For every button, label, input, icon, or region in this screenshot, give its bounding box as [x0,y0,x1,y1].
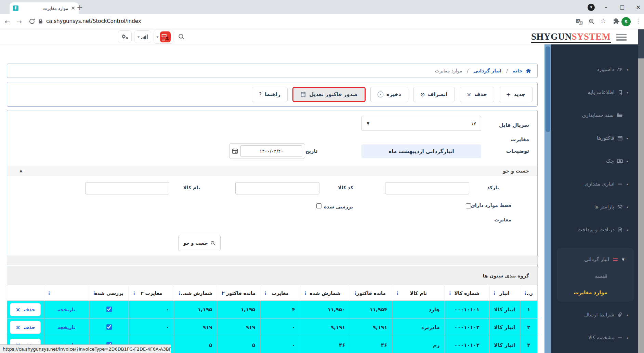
sidebar-item-parameters[interactable]: ◂پارامتر ها [551,202,638,211]
sidebar-item-accounting-doc[interactable]: سند حسابداری [551,111,638,120]
tab-close-icon[interactable]: ✕ [71,6,75,11]
column-menu-icon[interactable]: ⋮ [448,290,452,296]
window-close-button[interactable]: × [631,0,644,14]
calendar-icon[interactable] [232,148,238,154]
window-maximize-button[interactable]: □ [615,0,629,14]
sidebar-item-item-attributes[interactable]: ◂مشخصه کالا [551,333,638,342]
profile-avatar[interactable]: S [621,17,631,26]
header-search-icon[interactable] [178,33,185,40]
column-header-warehouse[interactable]: ⋮انبار [489,286,520,301]
zoom-icon[interactable] [588,18,595,25]
cell-num: ۱ [520,301,537,318]
search-button[interactable]: جست و جو [178,235,221,251]
item-code-input[interactable] [235,182,319,194]
only-discrepancy-checkbox[interactable] [466,203,471,208]
column-menu-icon[interactable]: ⋮ [220,290,225,296]
save-button[interactable]: ذخیره✓ [370,87,408,102]
window-minimize-button[interactable]: – [599,0,613,14]
cancel-icon: ⊘ [420,91,425,98]
column-header-code[interactable]: ⋮شماره کالا [445,286,489,301]
column-menu-icon[interactable]: ⋮ [92,290,97,296]
column-menu-icon[interactable]: ⋮ [47,290,52,296]
sidebar-item-label: چک [606,158,614,164]
column-header-discrepancy_2[interactable]: ⋮مغایرت ۲ [129,286,174,301]
help-button[interactable]: راهنما? [252,87,288,102]
browser-tab[interactable]: موارد مغایرت ✕ [10,2,79,14]
bookmark-star-icon[interactable]: ☆ [600,17,606,24]
column-menu-icon[interactable]: ⋮ [263,290,268,296]
history-link[interactable]: تاریخچه [57,307,76,312]
column-header-name[interactable]: ⋮نام کالا [392,286,445,301]
serial-select[interactable]: ۱۷ ▼ [362,116,481,131]
content-scrollbar[interactable] [544,44,551,353]
sidebar-item-shipping-terms[interactable]: ◂شرایط ارسال [551,310,638,319]
sidebar-item-receive-payment[interactable]: ◂دریافت و پرداخت [551,225,638,234]
brand-logo[interactable]: SHYGUNSYSTEM [531,32,611,43]
address-box[interactable]: ca.shygunsys.net/StockControl/index [38,18,141,24]
sidebar-item-dashboard[interactable]: ◂داشبورد [551,65,638,74]
column-menu-icon[interactable]: ⋮ [353,290,358,296]
hamburger-menu-icon[interactable] [616,34,627,41]
content-scrollbar-thumb[interactable] [546,46,550,132]
reviewed-checkbox[interactable] [106,307,112,312]
reviewed-checkbox[interactable] [106,324,112,330]
refresh-icon[interactable] [29,18,35,25]
column-menu-icon[interactable]: ⋮ [303,290,308,296]
new-tab-button[interactable]: + [77,3,83,12]
column-header-counted_2[interactable]: ⋮شمارش شد... [174,286,217,301]
column-header-invoice_balance[interactable]: ⋮مانده فاکتور [350,286,392,301]
column-menu-icon[interactable]: ⋮ [177,290,182,296]
sidebar-item-base-info[interactable]: ◂اطلاعات پایه [551,88,638,97]
column-menu-icon[interactable]: ⋮ [492,290,497,296]
cell-counted: ۱۱,۹۵۰ [300,301,350,318]
sidebar-item-quantity-warehouse[interactable]: ◂انباری مقداری [551,179,638,188]
issue-adjustment-invoice-button[interactable]: صدور فاکتور تعدیل [292,87,366,102]
cell-delete: حذف× [7,301,44,318]
sidebar-item-stocktaking[interactable]: ▼انبار گردانی [557,255,629,264]
history-link[interactable]: تاریخچه [57,325,76,330]
sidebar-subitem-discrepancy-items[interactable]: موارد مغایرت [557,288,629,297]
browser-menu-icon[interactable]: ⋮ [635,17,641,24]
column-label: انبار [500,290,510,296]
row-delete-button[interactable]: حذف× [10,321,41,334]
remote-support-button[interactable]: ▼ [154,30,173,44]
settings-gears-button[interactable] [118,30,132,43]
sidebar-item-invoices[interactable]: ◂فاکتورها [551,134,638,142]
new-button[interactable]: جدید+ [499,87,533,102]
column-header-checked[interactable]: ⋮بررسی شده [89,286,129,301]
tab-search-icon[interactable]: ▼ [588,4,595,11]
forward-icon[interactable]: → [16,18,22,25]
delete-button[interactable]: حذف× [460,87,494,102]
breadcrumb-section-link[interactable]: انبار گردانی [473,68,501,73]
column-header-history[interactable]: ⋮ [44,286,89,301]
window-scrollbar[interactable] [638,29,644,353]
back-icon[interactable]: ← [5,18,10,25]
item-name-input[interactable] [85,182,169,194]
date-value[interactable]: ۱۴۰۰/۰۲/۲۰ [240,145,302,157]
date-picker[interactable]: ۱۴۰۰/۰۲/۲۰ [229,143,305,159]
sidebar-subitem-shelf[interactable]: قفسه [557,272,629,280]
translate-icon[interactable]: Aa [576,18,583,25]
reviewed-filter-checkbox[interactable] [316,203,321,208]
cell-num: ۲ [520,318,537,336]
window-scrollbar-thumb[interactable] [638,29,644,58]
group-by-bar[interactable]: گروه بندی ستون ها [7,267,538,285]
column-menu-icon[interactable]: ⋮ [523,290,528,296]
column-header-num[interactable]: ⋮ر... [520,286,537,301]
row-delete-button[interactable]: حذف× [10,303,41,316]
extensions-puzzle-icon[interactable] [613,18,619,25]
column-menu-icon[interactable]: ⋮ [132,290,136,296]
column-header-discrepancy[interactable]: ⋮مغایرت [260,286,300,301]
description-input[interactable]: انبارگردانی اردیبهشت ماه [362,145,481,158]
collapse-icon[interactable]: ▲ [19,169,22,173]
column-menu-icon[interactable]: ⋮ [395,290,400,296]
cancel-button[interactable]: انصراف⊘ [413,87,455,102]
barcode-input[interactable] [385,182,469,194]
reports-chart-button[interactable]: ▼ [134,30,151,43]
breadcrumb-home-link[interactable]: خانه [513,68,523,73]
column-header-delete[interactable] [7,286,44,301]
column-header-invoice_balance_2[interactable]: ⋮مانده فاکتور ۲ [217,286,260,301]
column-header-counted[interactable]: ⋮شمارش شده [300,286,350,301]
sidebar-item-label: اطلاعات پایه [588,89,615,95]
sidebar-item-cheque[interactable]: ◂چک [551,157,638,165]
